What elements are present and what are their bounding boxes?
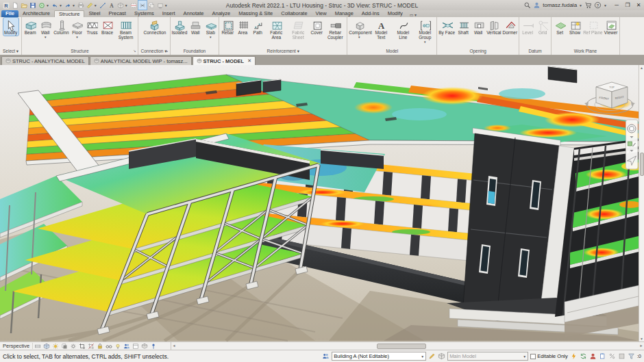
ribbon-button-cover[interactable]: Cover bbox=[309, 18, 324, 36]
horizontal-scrollbar[interactable]: ◂ ▸ bbox=[171, 342, 644, 350]
ribbon-tab-view[interactable]: View bbox=[312, 10, 331, 17]
ribbon-tab-modify[interactable]: Modify bbox=[384, 10, 407, 17]
ribbon-panel-label[interactable]: Connection ▾↘ bbox=[139, 48, 169, 55]
ribbon-button-beam[interactable]: Beam bbox=[23, 18, 38, 36]
ribbon-tab-add-ins[interactable]: Add-Ins bbox=[358, 10, 384, 17]
clipboard-status-icon[interactable] bbox=[599, 352, 606, 360]
ribbon-button-rebar[interactable]: Rebar bbox=[220, 18, 235, 36]
sync-status-icon[interactable] bbox=[580, 352, 587, 360]
active-workset-select[interactable]: Building A (Not Editable)▼ bbox=[332, 352, 426, 361]
scroll-left-icon[interactable]: ◂ bbox=[171, 342, 177, 350]
ribbon-button-area[interactable]: Area bbox=[235, 18, 250, 36]
qat-new-file[interactable] bbox=[11, 1, 19, 10]
ribbon-tab-collaborate[interactable]: Collaborate bbox=[277, 10, 311, 17]
ribbon-button-show[interactable]: Show bbox=[567, 18, 582, 36]
qat-switch-windows[interactable] bbox=[147, 1, 156, 10]
ribbon-tab-manage[interactable]: Manage bbox=[331, 10, 358, 17]
ribbon-button-model-line[interactable]: Model Line bbox=[392, 18, 414, 40]
horizontal-scroll-thumb[interactable] bbox=[377, 344, 426, 349]
qat-redo[interactable]: ▼ bbox=[64, 1, 76, 10]
dialog-launcher-icon[interactable]: ↘ bbox=[165, 47, 168, 54]
vcb-detail-level[interactable] bbox=[33, 342, 42, 350]
ribbon-button-component[interactable]: Component▼ bbox=[348, 18, 370, 39]
ribbon-tab-file[interactable]: File bbox=[1, 10, 18, 17]
ribbon-button-fabric-area[interactable]: Fabric Area bbox=[265, 18, 287, 40]
user-icon[interactable] bbox=[533, 1, 541, 9]
editing-requests-icon[interactable] bbox=[428, 352, 436, 360]
ribbon-button-path[interactable]: Path bbox=[250, 18, 265, 36]
ribbon-button-isolated[interactable]: Isolated bbox=[171, 18, 188, 36]
vcb-shadows[interactable] bbox=[60, 342, 69, 350]
vcb-sun-path[interactable] bbox=[51, 342, 60, 350]
ribbon-button-floor[interactable]: Floor▼ bbox=[70, 18, 85, 39]
design-options-icon[interactable] bbox=[438, 352, 445, 360]
vcb-render-dialog[interactable] bbox=[69, 342, 77, 350]
active-design-option-select[interactable]: Main Model▼ bbox=[447, 352, 528, 361]
cart-icon[interactable] bbox=[584, 1, 592, 9]
vcb-worksharing-display[interactable] bbox=[122, 342, 131, 350]
ribbon-button-vertical[interactable]: Vertical bbox=[486, 18, 501, 36]
user-menu-caret-icon[interactable]: ▼ bbox=[579, 3, 582, 8]
navigation-bar[interactable] bbox=[626, 120, 639, 169]
ribbon-tab-precast[interactable]: Precast bbox=[105, 10, 130, 17]
worksets-icon[interactable] bbox=[322, 352, 330, 360]
qat-customize-qat[interactable]: ▼ bbox=[156, 1, 169, 10]
ribbon-button-modify[interactable]: Modify bbox=[3, 18, 18, 36]
worksharing-alert-icon[interactable] bbox=[570, 352, 578, 360]
scroll-up-icon[interactable]: ▲ bbox=[639, 65, 644, 70]
ribbon-tab-analyze[interactable]: Analyze bbox=[208, 10, 235, 17]
scroll-down-icon[interactable]: ▼ bbox=[639, 336, 644, 341]
ribbon-button-set[interactable]: Set bbox=[552, 18, 567, 36]
qat-thin-lines[interactable] bbox=[138, 1, 147, 10]
search-icon[interactable] bbox=[523, 1, 531, 9]
vertical-scrollbar[interactable]: ▲ ▼ bbox=[639, 65, 644, 341]
view-tab-struc-model[interactable]: STRUC - MODEL✕ bbox=[193, 56, 256, 65]
qat-text[interactable]: A bbox=[108, 1, 116, 10]
ribbon-tab-steel[interactable]: Steel bbox=[84, 10, 104, 17]
ribbon-button-shaft[interactable]: Shaft bbox=[456, 18, 471, 36]
qat-open-file[interactable] bbox=[20, 1, 28, 10]
vcb-displaced-elements[interactable] bbox=[140, 342, 149, 350]
ribbon-panel-label[interactable]: Select ▾ bbox=[1, 48, 21, 55]
drawing-area[interactable]: TOP FRONT RIGHT ▲ bbox=[0, 65, 644, 341]
ribbon-tab-systems[interactable]: Systems bbox=[130, 10, 158, 17]
view-tab-struc-analytical-model[interactable]: STRUC - ANALYTICAL MODEL bbox=[1, 56, 89, 65]
qat-model-line[interactable] bbox=[99, 1, 107, 10]
vcb-temp-view-properties[interactable] bbox=[131, 342, 140, 350]
progress-icon[interactable] bbox=[608, 352, 616, 360]
ribbon-tab-annotate[interactable]: Annotate bbox=[179, 10, 208, 17]
vcb-lock-view[interactable] bbox=[95, 342, 104, 350]
vcb-hide-isolate[interactable] bbox=[104, 342, 113, 350]
qat-sync[interactable]: ▼ bbox=[38, 1, 50, 10]
ribbon-button-connection[interactable]: Connection bbox=[143, 18, 165, 36]
vertical-scroll-thumb[interactable] bbox=[640, 153, 644, 176]
ribbon-panel-label[interactable]: Reinforcement ▾ bbox=[220, 48, 346, 55]
ribbon-button-brace[interactable]: Brace bbox=[100, 18, 115, 36]
qat-measure[interactable]: ▼ bbox=[86, 1, 98, 10]
ribbon-button-wall[interactable]: Wall bbox=[471, 18, 486, 36]
close-button[interactable]: ✕ bbox=[635, 2, 642, 8]
ribbon-button-slab[interactable]: Slab▼ bbox=[203, 18, 218, 39]
ribbon-button-wall[interactable]: Wall bbox=[188, 18, 203, 36]
ribbon-button-dormer[interactable]: Dormer bbox=[501, 18, 518, 36]
close-view-icon[interactable]: ✕ bbox=[247, 58, 251, 64]
ribbon-button-rebar-coupler[interactable]: Rebar Coupler bbox=[324, 18, 346, 40]
ribbon-button-column[interactable]: Column bbox=[53, 18, 69, 36]
view-scale-button[interactable]: Perspective bbox=[1, 343, 33, 349]
signed-in-user[interactable]: tomasz.fudala bbox=[543, 2, 577, 8]
ribbon-button-by-face[interactable]: By Face bbox=[438, 18, 456, 36]
ribbon-button-beam-system[interactable]: Beam System bbox=[115, 18, 137, 40]
vcb-visual-style[interactable] bbox=[42, 342, 51, 350]
qat-save[interactable] bbox=[29, 1, 37, 10]
help-icon[interactable]: ? bbox=[594, 1, 602, 9]
ribbon-button-wall[interactable]: Wall▼ bbox=[38, 18, 53, 39]
qat-undo[interactable]: ▼ bbox=[51, 1, 63, 10]
qat-default-3d-view[interactable]: ▼ bbox=[116, 1, 129, 10]
editable-only-checkbox[interactable]: Editable Only bbox=[530, 353, 568, 359]
ribbon-display-toggle[interactable]: ▭ ▾ bbox=[410, 12, 417, 17]
background-processes-icon[interactable] bbox=[618, 352, 626, 360]
scroll-right-icon[interactable]: ▸ bbox=[639, 342, 644, 350]
minimize-button[interactable]: ─ bbox=[613, 2, 620, 8]
vcb-crop-view[interactable] bbox=[77, 342, 86, 350]
vcb-reveal-hidden[interactable] bbox=[113, 342, 122, 350]
